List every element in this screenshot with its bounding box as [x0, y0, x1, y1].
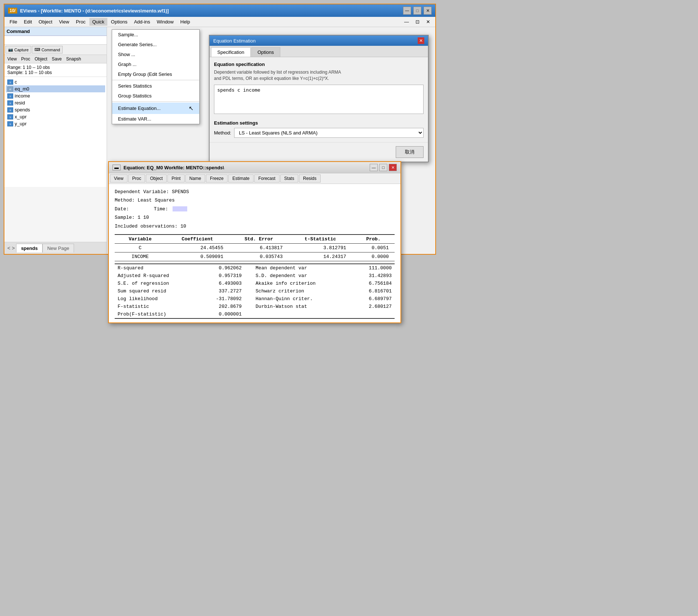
wf-save[interactable]: Save [49, 56, 64, 62]
dialog-close-button[interactable]: ✕ [418, 37, 424, 44]
stats-row-3: Sum squared resid 337.2727 Schwarz crite… [115, 287, 395, 295]
minimize-button[interactable]: — [403, 7, 411, 15]
eq-result-title-bar: ▬ Equation: EQ_M0 Workfile: MENTO::spend… [109, 162, 400, 173]
stats-table: R-squared 0.962062 Mean dependent var 11… [115, 263, 395, 319]
menu-file[interactable]: File [7, 18, 20, 26]
equation-estimation-dialog: Equation Estimation ✕ Specification Opti… [209, 35, 429, 162]
qm-sample[interactable]: Sample... [112, 30, 199, 40]
range-value: 1 10 -- 10 obs [23, 65, 50, 70]
workfile-toolbar: 📷 Capture ⌨ Command [4, 45, 107, 55]
menu-object[interactable]: Object [36, 18, 55, 26]
spec-input[interactable]: spends c income [214, 85, 424, 114]
equation-icon: e [7, 86, 13, 92]
tstat-c: 3.812791 [288, 243, 352, 252]
dialog-title-text: Equation Estimation [213, 38, 256, 44]
qm-generate[interactable]: Generate Series... [112, 40, 199, 49]
close-button[interactable]: ✕ [424, 7, 432, 15]
qm-empty-group[interactable]: Empty Group (Edit Series [112, 69, 199, 79]
cancel-button[interactable]: 取消 [396, 146, 424, 158]
tab-new-page[interactable]: New Page [43, 244, 74, 252]
menu-proc[interactable]: Proc [73, 18, 89, 26]
er-freeze[interactable]: Freeze [206, 174, 228, 182]
wf-item-eq-m0[interactable]: e eq_m0 [6, 85, 105, 92]
tab-options[interactable]: Options [251, 47, 280, 57]
wf-proc[interactable]: Proc [19, 56, 33, 62]
app-title: EViews - [Workfile: MENTO - (d:\economet… [20, 8, 169, 14]
menu-help[interactable]: Help [177, 18, 193, 26]
er-forecast[interactable]: Forecast [254, 174, 280, 182]
range-label: Range: [7, 65, 22, 70]
menu-view[interactable]: View [56, 18, 72, 26]
se-c: 6.413817 [229, 243, 288, 252]
menu-quick[interactable]: Quick [89, 18, 107, 26]
series-icon-2: s [7, 100, 13, 106]
er-estimate[interactable]: Estimate [228, 174, 254, 182]
equation-result-window: ▬ Equation: EQ_M0 Workfile: MENTO::spend… [108, 161, 401, 323]
stat-val-4: -31.78092 [199, 295, 245, 303]
stat-val2-3: 6.816701 [352, 287, 395, 295]
spec-label: Equation specification [214, 62, 424, 67]
menu-max[interactable]: ⊡ [413, 18, 422, 26]
qm-group-stats[interactable]: Group Statistics [112, 91, 199, 101]
tab-prev[interactable]: < [7, 245, 10, 251]
stat-val-5: 202.8679 [199, 303, 245, 310]
stats-row-6: Prob(F-statistic) 0.000001 [115, 310, 395, 318]
col-prob: Prob. [352, 235, 395, 244]
qm-series-stats[interactable]: Series Statistics [112, 81, 199, 91]
stat-label-3: Sum squared resid [115, 287, 199, 295]
qm-estimate-eq[interactable]: Estimate Equation... ↖ [112, 103, 199, 114]
camera-icon: 📷 [8, 47, 13, 52]
eq-title-text: Equation: EQ_M0 Workfile: MENTO::spends\ [123, 165, 224, 170]
maximize-button[interactable]: □ [413, 7, 421, 15]
menu-window[interactable]: Window [154, 18, 177, 26]
capture-button[interactable]: 📷 Capture [5, 46, 31, 54]
cursor-indicator: ↖ [189, 105, 193, 112]
er-stats[interactable]: Stats [280, 174, 298, 182]
er-proc[interactable]: Proc [128, 174, 145, 182]
tab-next[interactable]: > [12, 245, 15, 251]
qm-graph[interactable]: Graph ... [112, 59, 199, 69]
wf-snapsh[interactable]: Snapsh [64, 56, 84, 62]
wf-item-y-upr[interactable]: s y_upr [6, 120, 105, 127]
tab-specification[interactable]: Specification [211, 47, 251, 57]
date-time: Date: Time: [115, 205, 395, 213]
eq-minimize-button[interactable]: — [370, 164, 378, 171]
method-label: Method: [214, 130, 231, 136]
wf-item-x-upr[interactable]: s x_upr [6, 113, 105, 120]
er-name[interactable]: Name [185, 174, 205, 182]
wf-item-resid[interactable]: s resid [6, 99, 105, 106]
command-input[interactable] [4, 36, 107, 45]
method-row: Method: LS - Least Squares (NLS and ARMA… [214, 128, 424, 138]
er-resids[interactable]: Resids [299, 174, 321, 182]
wf-item-spends[interactable]: s spends [6, 106, 105, 113]
se-income: 0.035743 [229, 252, 288, 261]
sample-value: 1 10 -- 10 obs [25, 70, 52, 75]
sample-label: Sample: [7, 70, 23, 75]
qm-show[interactable]: Show ... [112, 49, 199, 59]
tab-spends[interactable]: spends [16, 244, 43, 252]
table-row-income: INCOME 0.509091 0.035743 14.24317 0.0000 [115, 252, 395, 261]
eq-result-body: Dependent Variable: SPENDS Method: Least… [109, 184, 400, 322]
stats-row-1: Adjusted R-squared 0.957319 S.D. depende… [115, 272, 395, 280]
wf-item-c[interactable]: s c [6, 78, 105, 85]
command-label: Command [4, 27, 107, 36]
er-print[interactable]: Print [167, 174, 185, 182]
wf-item-income[interactable]: s income [6, 92, 105, 99]
eq-maximize-button[interactable]: □ [379, 164, 387, 171]
qm-estimate-var[interactable]: Estimate VAR... [112, 114, 199, 124]
er-view[interactable]: View [110, 174, 128, 182]
er-object[interactable]: Object [146, 174, 167, 182]
eq-close-button[interactable]: ✕ [389, 164, 397, 171]
wf-object[interactable]: Object [32, 56, 49, 62]
menu-options[interactable]: Options [108, 18, 130, 26]
eq-result-toolbar: View Proc Object Print Name Freeze Estim… [109, 173, 400, 184]
method-select[interactable]: LS - Least Squares (NLS and ARMA) [234, 128, 424, 138]
wf-view[interactable]: View [5, 56, 19, 62]
tab-nav: < > [6, 244, 16, 252]
menu-min[interactable]: — [401, 18, 412, 26]
workfile-panel: Command 📷 Capture ⌨ Command View Proc Ob… [4, 27, 107, 254]
menu-close[interactable]: ✕ [423, 18, 433, 26]
command-button[interactable]: ⌨ Command [32, 46, 63, 54]
menu-addins[interactable]: Add-ins [131, 18, 153, 26]
menu-edit[interactable]: Edit [21, 18, 35, 26]
